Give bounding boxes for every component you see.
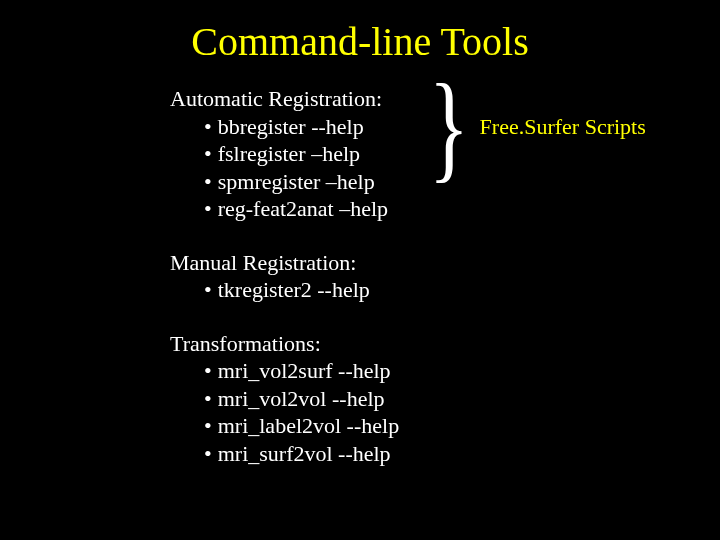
bullet-icon: •	[204, 413, 212, 438]
list-item: •mri_surf2vol --help	[204, 440, 720, 468]
list-item: •reg-feat2anat –help	[204, 195, 720, 223]
brace-annotation: } Free.Surfer Scripts	[420, 67, 646, 187]
bullet-icon: •	[204, 196, 212, 221]
brace-icon: }	[429, 67, 469, 187]
list-item: •mri_vol2surf --help	[204, 357, 720, 385]
bullet-icon: •	[204, 441, 212, 466]
slide-body: } Free.Surfer Scripts Automatic Registra…	[170, 85, 720, 467]
page-title: Command-line Tools	[0, 18, 720, 65]
section-transformations: Transformations: •mri_vol2surf --help •m…	[170, 330, 720, 468]
list-item: •mri_vol2vol --help	[204, 385, 720, 413]
bullet-icon: •	[204, 169, 212, 194]
section-manual: Manual Registration: •tkregister2 --help	[170, 249, 720, 304]
brace-label: Free.Surfer Scripts	[480, 113, 646, 141]
section-heading: Manual Registration:	[170, 249, 720, 277]
bullet-icon: •	[204, 358, 212, 383]
section-heading: Transformations:	[170, 330, 720, 358]
list-item: •mri_label2vol --help	[204, 412, 720, 440]
bullet-icon: •	[204, 386, 212, 411]
list-item: •tkregister2 --help	[204, 276, 720, 304]
bullet-icon: •	[204, 114, 212, 139]
bullet-icon: •	[204, 141, 212, 166]
bullet-icon: •	[204, 277, 212, 302]
